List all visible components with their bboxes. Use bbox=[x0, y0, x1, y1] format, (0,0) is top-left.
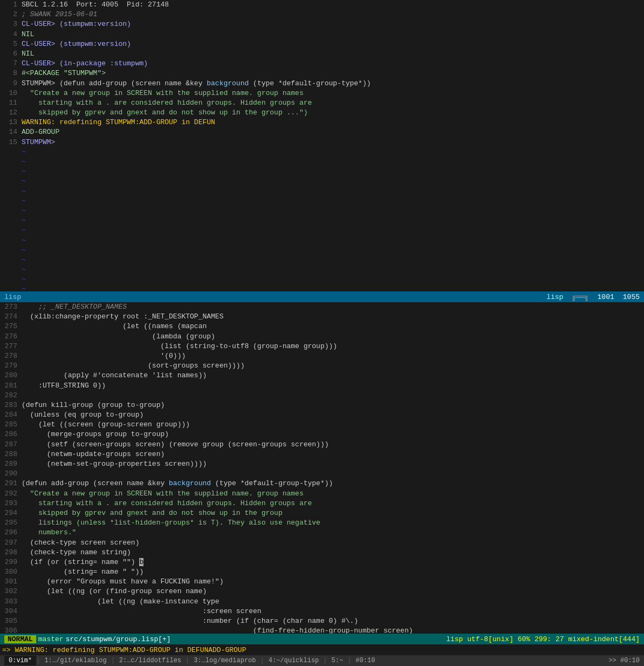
bottom-line-286: 286 (merge-groups group to-group) bbox=[0, 430, 644, 439]
bottom-info: lisp utf-8[unix] 60% 299: 27 mixed-inden… bbox=[446, 635, 640, 643]
tilde-line: ~ bbox=[0, 246, 644, 255]
tilde-line: ~ bbox=[0, 255, 644, 265]
bottom-line-302: 302 (let ((ng (or (find-group screen nam… bbox=[0, 587, 644, 596]
tab-separator: | bbox=[36, 657, 40, 664]
tilde-line: ~ bbox=[0, 157, 644, 167]
bottom-line-273: 273 ;; _NET_DESKTOP_NAMES bbox=[0, 302, 644, 312]
bottom-filename: src/stumpwm/group.lisp[+] bbox=[66, 635, 171, 643]
tilde-line: ~ bbox=[0, 275, 644, 284]
bottom-line-298: 298 (check-type name string) bbox=[0, 548, 644, 558]
bottom-line-284: 284 (unless (eq group to-group) bbox=[0, 410, 644, 420]
tilde-line: ~ bbox=[0, 167, 644, 176]
editor: 1SBCL 1.2.16 Port: 4005 Pid: 271482; SWA… bbox=[0, 0, 644, 666]
vim-mode: NORMAL bbox=[4, 635, 36, 643]
bottom-line-292: 292 "Create a new group in SCREEN with t… bbox=[0, 489, 644, 499]
bottom-line-293: 293 starting with a . are considered hid… bbox=[0, 499, 644, 508]
bottom-line-287: 287 (setf (screen-groups screen) (remove… bbox=[0, 440, 644, 450]
tab-separator: | bbox=[186, 657, 189, 664]
tab-item-6[interactable]: #0:10 bbox=[351, 656, 379, 665]
status-bar-bottom: NORMAL master src/stumpwm/group.lisp[+] … bbox=[0, 634, 644, 644]
tab-separator: | bbox=[347, 657, 351, 664]
tab-item-0[interactable]: 0:vim* bbox=[4, 656, 36, 665]
top-line-1: 1SBCL 1.2.16 Port: 4005 Pid: 27148 bbox=[0, 0, 644, 10]
status-bar-top: lisp lisp ╔══╗ 1001 1055 bbox=[0, 291, 644, 302]
bottom-line-299: 299 (if (or (string= name "") b bbox=[0, 558, 644, 567]
bottom-line-276: 276 (lambda (group) bbox=[0, 332, 644, 342]
tilde-line: ~ bbox=[0, 226, 644, 235]
bottom-right: lisp utf-8[unix] 60% 299: 27 mixed-inden… bbox=[446, 635, 640, 643]
cmd-warning-text: => WARNING: redefining STUMPWM:ADD-GROUP… bbox=[2, 646, 246, 654]
tab-item-3[interactable]: 3:…log/mediaprob bbox=[189, 656, 260, 665]
bottom-pane: 273 ;; _NET_DESKTOP_NAMES274 (xlib:chang… bbox=[0, 302, 644, 634]
tab-separator: | bbox=[260, 657, 264, 664]
top-line-6: 6NIL bbox=[0, 49, 644, 59]
bottom-line-285: 285 (let ((screen (group-screen group))) bbox=[0, 420, 644, 430]
bottom-line-277: 277 (list (string-to-utf8 (group-name gr… bbox=[0, 342, 644, 351]
top-line-13: 13WARNING: redefining STUMPWM:ADD-GROUP … bbox=[0, 118, 644, 127]
tilde-line: ~ bbox=[0, 176, 644, 186]
bottom-line-297: 297 (check-type screen screen) bbox=[0, 538, 644, 548]
top-line-2: 2; SWANK 2015-06-01 bbox=[0, 10, 644, 19]
bottom-line-304: 304 :screen screen bbox=[0, 607, 644, 616]
git-branch: master bbox=[38, 635, 64, 643]
top-status-right: lisp ╔══╗ 1001 1055 bbox=[546, 293, 640, 301]
top-line-12: 12 skipped by gprev and gnext and do not… bbox=[0, 108, 644, 118]
tab-separator: | bbox=[111, 657, 115, 664]
bottom-line-282: 282 bbox=[0, 391, 644, 400]
top-line-10: 10 "Create a new group in SCREEN with th… bbox=[0, 89, 644, 98]
bottom-line-303: 303 (let ((ng (make-instance type bbox=[0, 597, 644, 607]
tab-item-5[interactable]: 5:~ bbox=[327, 656, 348, 665]
tab-line-right: >> #0:10 bbox=[608, 657, 640, 664]
top-line-5: 5CL-USER> (stumpwm:version) bbox=[0, 39, 644, 49]
top-pane: 1SBCL 1.2.16 Port: 4005 Pid: 271482; SWA… bbox=[0, 0, 644, 291]
bottom-line-274: 274 (xlib:change-property root :_NET_DES… bbox=[0, 312, 644, 322]
top-line-8: 8#<PACKAGE "STUMPWM"> bbox=[0, 69, 644, 78]
bottom-line-290: 290 bbox=[0, 469, 644, 479]
cmd-line: => WARNING: redefining STUMPWM:ADD-GROUP… bbox=[0, 644, 644, 655]
tilde-line: ~ bbox=[0, 265, 644, 275]
bottom-line-280: 280 (apply #'concatenate 'list names)) bbox=[0, 371, 644, 380]
top-line-14: 14ADD-GROUP bbox=[0, 127, 644, 137]
tilde-line: ~ bbox=[0, 187, 644, 196]
bottom-line-275: 275 (let ((names (mapcan bbox=[0, 322, 644, 331]
bottom-line-300: 300 (string= name " ")) bbox=[0, 567, 644, 577]
bottom-line-289: 289 (netwm-set-group-properties screen))… bbox=[0, 459, 644, 469]
tab-item-4[interactable]: 4:~/quicklisp bbox=[264, 656, 324, 665]
tilde-line: ~ bbox=[0, 236, 644, 246]
tilde-line: ~ bbox=[0, 284, 644, 291]
top-line-15: 15STUMPWM> bbox=[0, 138, 644, 147]
bottom-line-279: 279 (sort-groups screen)))) bbox=[0, 361, 644, 371]
bottom-line-296: 296 numbers." bbox=[0, 528, 644, 538]
top-line-9: 9STUMPWM> (defun add-group (screen name … bbox=[0, 79, 644, 89]
tilde-line: ~ bbox=[0, 216, 644, 226]
top-line-4: 4NIL bbox=[0, 30, 644, 39]
tilde-line: ~ bbox=[0, 147, 644, 157]
tilde-line: ~ bbox=[0, 196, 644, 206]
top-line-3: 3CL-USER> (stumpwm:version) bbox=[0, 19, 644, 29]
bottom-line-291: 291(defun add-group (screen name &key ba… bbox=[0, 479, 644, 488]
bottom-line-301: 301 (error "Groups must have a FUCKING n… bbox=[0, 577, 644, 587]
bottom-line-283: 283(defun kill-group (group to-group) bbox=[0, 400, 644, 410]
bottom-line-281: 281 :UTF8_STRING 0)) bbox=[0, 381, 644, 391]
top-line-7: 7CL-USER> (in-package :stumpwm) bbox=[0, 59, 644, 69]
top-line-11: 11 starting with a . are considered hidd… bbox=[0, 98, 644, 108]
tab-separator: | bbox=[323, 657, 327, 664]
top-status-left: lisp bbox=[4, 293, 21, 301]
bottom-line-288: 288 (netwm-update-groups screen) bbox=[0, 450, 644, 459]
tab-line: 0:vim* | 1:…/git/eklablog | 2:…c/liddotf… bbox=[0, 655, 644, 666]
tilde-line: ~ bbox=[0, 206, 644, 216]
bottom-line-278: 278 '(0))) bbox=[0, 351, 644, 361]
bottom-line-295: 295 listings (unless *list-hidden-groups… bbox=[0, 518, 644, 528]
bottom-line-294: 294 skipped by gprev and gnext and do no… bbox=[0, 508, 644, 518]
tab-item-2[interactable]: 2:…c/liddotfiles bbox=[115, 656, 186, 665]
bottom-line-305: 305 :number (if (char= (char name 0) #\.… bbox=[0, 616, 644, 626]
bottom-line-306: 306 (find-free-hidden-group-number scree… bbox=[0, 626, 644, 634]
tab-item-1[interactable]: 1:…/git/eklablog bbox=[40, 656, 111, 665]
